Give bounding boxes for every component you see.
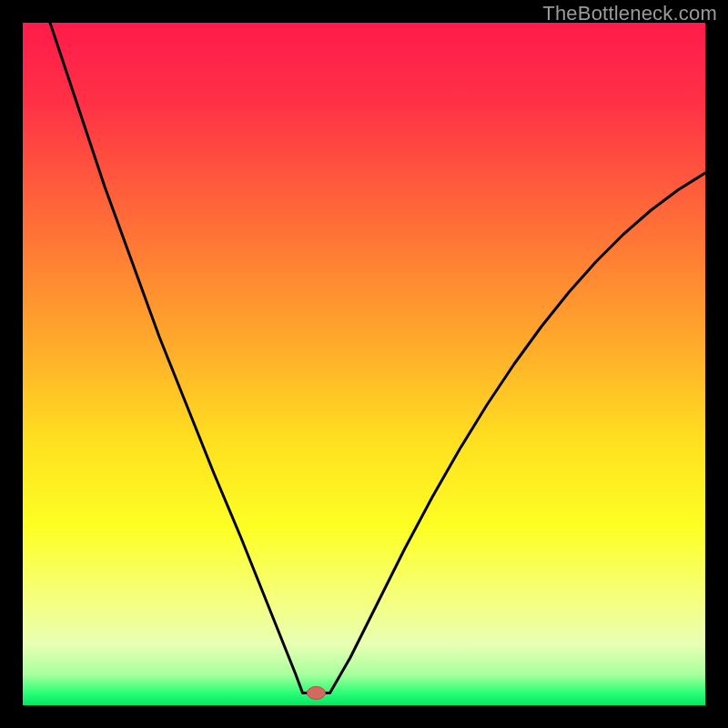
gradient-background [23, 23, 705, 705]
optimum-marker [308, 687, 326, 700]
chart-frame: TheBottleneck.com [0, 0, 728, 728]
chart-svg [23, 23, 705, 705]
plot-area [23, 23, 705, 705]
